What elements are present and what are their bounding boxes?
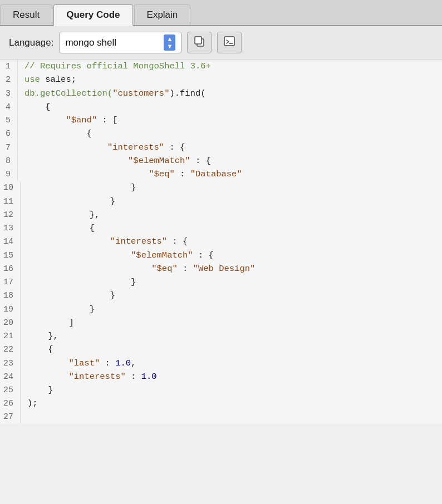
token: "interests" [68, 372, 125, 382]
token: "Web Design" [193, 264, 256, 274]
token: } [27, 385, 53, 395]
code-line: 19 } [0, 303, 442, 316]
token: } [27, 196, 115, 206]
line-number: 19 [0, 303, 21, 316]
code-line: 26); [0, 397, 442, 410]
line-number: 7 [0, 141, 18, 154]
line-number: 25 [0, 384, 21, 397]
line-number: 5 [0, 114, 18, 127]
line-content: } [27, 181, 136, 194]
line-number: 22 [0, 343, 21, 356]
line-content: // Requires official MongoShell 3.6+ [24, 60, 211, 73]
line-content: "$eq" : "Web Design" [27, 262, 255, 275]
line-content: { [27, 221, 95, 235]
svg-rect-2 [224, 37, 234, 46]
token [27, 264, 151, 274]
token: { [24, 102, 51, 112]
line-content: } [27, 289, 115, 302]
line-number: 6 [0, 127, 18, 140]
line-number: 14 [0, 235, 21, 248]
code-line: 5 "$and" : [ [0, 113, 442, 127]
line-content: { [27, 343, 53, 356]
copy-button[interactable] [187, 32, 212, 53]
token: "interests" [107, 142, 164, 152]
token: : [175, 169, 190, 179]
language-select-arrows[interactable]: ▲ ▼ [164, 34, 175, 50]
line-number: 16 [0, 263, 21, 275]
line-number: 27 [0, 411, 21, 423]
token: 1.0 [115, 358, 131, 368]
code-line: 6 { [0, 127, 442, 140]
line-content: "$elemMatch" : { [24, 154, 211, 167]
code-line: 10 } [0, 181, 442, 194]
tab-query-code[interactable]: Query Code [53, 4, 132, 26]
token: : { [164, 142, 185, 152]
code-line: 16 "$eq" : "Web Design" [0, 262, 442, 275]
line-content: ] [27, 316, 74, 329]
token: , [131, 358, 136, 368]
code-line: 20 ] [0, 316, 442, 329]
line-content: "interests" : 1.0 [27, 370, 157, 383]
token: ] [27, 318, 74, 328]
line-content: "$eq" : "Database" [24, 167, 242, 181]
token: "last" [68, 358, 100, 368]
token: : { [167, 236, 188, 246]
line-content: { [24, 127, 92, 140]
line-content: { [24, 100, 51, 113]
token [27, 236, 110, 246]
code-line: 3db.getCollection("customers").find( [0, 87, 442, 100]
token: "customers" [112, 88, 169, 98]
token: : [126, 372, 141, 382]
line-number: 13 [0, 222, 21, 235]
svg-rect-1 [195, 37, 202, 44]
token: "$eq" [149, 169, 175, 179]
token: : [ [97, 115, 117, 125]
token: "$and" [66, 115, 97, 125]
line-content: } [27, 195, 115, 208]
app-container: Result Query Code Explain Language: mong… [0, 0, 442, 423]
code-line: 4 { [0, 100, 442, 113]
code-line: 18 } [0, 289, 442, 302]
terminal-button[interactable] [217, 32, 242, 53]
token: { [24, 129, 92, 139]
token: 1.0 [141, 372, 157, 382]
code-line: 14 "interests" : { [0, 235, 442, 248]
token: }, [27, 210, 100, 220]
line-number: 23 [0, 357, 21, 370]
line-number: 18 [0, 289, 21, 302]
code-line: 9 "$eq" : "Database" [0, 167, 442, 181]
code-line: 23 "last" : 1.0, [0, 357, 442, 370]
code-line: 25 } [0, 383, 442, 397]
token: "interests" [110, 236, 167, 246]
tab-explain[interactable]: Explain [134, 4, 191, 25]
line-number: 9 [0, 168, 18, 181]
line-number: 24 [0, 370, 21, 383]
token: } [27, 290, 115, 300]
token [27, 250, 131, 260]
token: : [178, 264, 193, 274]
token: }, [27, 331, 58, 341]
line-content: ); [27, 397, 38, 410]
token: "$elemMatch" [131, 250, 193, 260]
code-line: 8 "$elemMatch" : { [0, 154, 442, 167]
language-select[interactable]: mongo shell ▲ ▼ [59, 32, 181, 53]
token: : { [193, 250, 214, 260]
line-content: }, [27, 208, 100, 221]
line-number: 2 [0, 73, 18, 86]
token: : [100, 358, 115, 368]
line-number: 20 [0, 317, 21, 329]
line-content: "$elemMatch" : { [27, 249, 214, 262]
token: { [27, 344, 53, 354]
copy-icon [193, 35, 205, 47]
token: } [27, 304, 95, 314]
code-line: 1// Requires official MongoShell 3.6+ [0, 60, 442, 73]
token: ); [27, 398, 38, 408]
code-line: 11 } [0, 195, 442, 208]
token: } [27, 182, 136, 192]
line-number: 26 [0, 397, 21, 410]
token: } [27, 277, 136, 287]
token: { [27, 223, 95, 233]
code-line: 27 [0, 411, 442, 423]
tab-result[interactable]: Result [0, 4, 52, 25]
code-line: 21 }, [0, 329, 442, 343]
